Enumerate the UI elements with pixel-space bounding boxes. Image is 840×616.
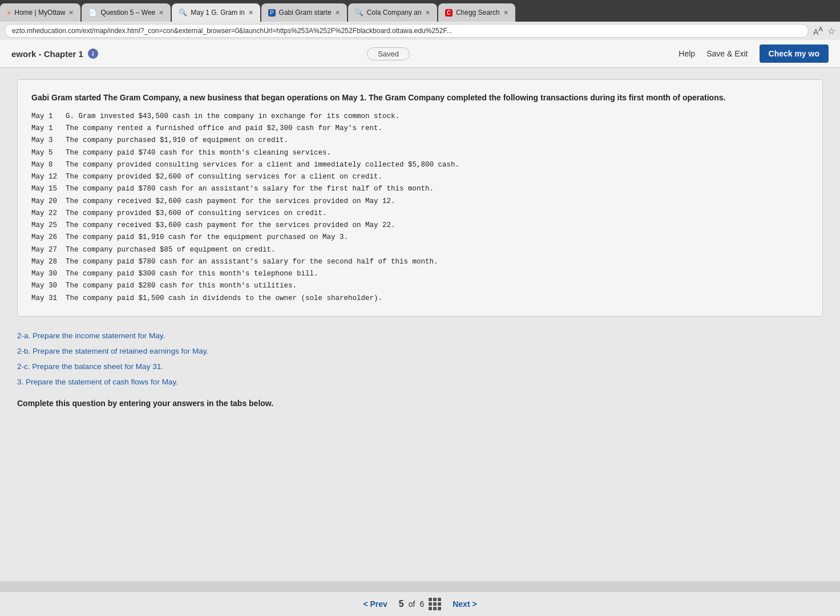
app-header: ework - Chapter 1 i Saved Help Save & Ex… — [0, 40, 840, 68]
tab-chegg[interactable]: C Chegg Search ✕ — [438, 3, 515, 22]
tab-chegg-label: Chegg Search — [456, 9, 500, 17]
of-label: of — [409, 599, 415, 609]
transaction-line: May 30 The company paid $300 cash for th… — [31, 268, 809, 280]
bookmark-icon: ☆ — [827, 26, 835, 37]
problem-intro: Gabi Gram started The Gram Company, a ne… — [31, 91, 809, 105]
tab-gabi-icon: P — [268, 9, 276, 17]
tab-cola-icon: 🔍 — [355, 9, 364, 17]
transaction-list: May 1 G. Gram invested $43,500 cash in t… — [31, 111, 809, 305]
address-bar-icons: AA ☆ — [813, 25, 835, 37]
tab-may1-label: May 1 G. Gram in — [191, 9, 245, 17]
tab-question-close[interactable]: ✕ — [159, 9, 164, 17]
saved-badge: Saved — [367, 47, 410, 60]
transaction-line: May 31 The company paid $1,500 cash in d… — [31, 293, 809, 305]
tab-gabi-label: Gabi Gram starte — [279, 9, 332, 17]
tab-cola[interactable]: 🔍 Cola Company an ✕ — [348, 3, 437, 22]
transaction-line: May 8 The company provided consulting se… — [31, 159, 809, 171]
tasks-section: 2-a. Prepare the income statement for Ma… — [17, 328, 823, 390]
font-size-icon: AA — [813, 25, 823, 37]
tab-may1-close[interactable]: ✕ — [248, 9, 253, 17]
tab-question-label: Question 5 – Wee — [100, 9, 155, 17]
transaction-line: May 27 The company purchased $85 of equi… — [31, 244, 809, 256]
tab-gabi-close[interactable]: ✕ — [335, 9, 340, 17]
transaction-line: May 1 G. Gram invested $43,500 cash in t… — [31, 111, 809, 123]
header-right: Help Save & Exit Check my wo — [679, 44, 829, 63]
next-button[interactable]: Next > — [453, 599, 476, 609]
page-current: 5 — [399, 599, 404, 609]
transaction-line: May 30 The company paid $280 cash for th… — [31, 280, 809, 292]
save-exit-button[interactable]: Save & Exit — [706, 49, 748, 58]
transaction-line: May 5 The company paid $740 cash for thi… — [31, 147, 809, 159]
browser-chrome: ● Home | MyOttaw ✕ 📄 Question 5 – Wee ✕ … — [0, 0, 840, 40]
transaction-line: May 28 The company paid $780 cash for an… — [31, 256, 809, 268]
check-my-work-button[interactable]: Check my wo — [760, 44, 829, 63]
help-button[interactable]: Help — [679, 49, 695, 58]
tab-cola-label: Cola Company an — [367, 9, 422, 17]
tab-chegg-icon: C — [445, 9, 453, 17]
page-footer: < Prev 5 of 6 Next > — [0, 591, 840, 616]
tab-may1-active[interactable]: 🔍 May 1 G. Gram in ✕ — [172, 3, 260, 22]
tab-home-label: Home | MyOttaw — [14, 9, 65, 17]
page-title: ework - Chapter 1 — [11, 49, 83, 59]
grid-icon[interactable] — [429, 598, 441, 610]
page-total: 6 — [419, 599, 424, 609]
address-bar-row: ezto.mheducation.com/ext/map/index.html?… — [0, 22, 840, 40]
task-2c: 2-c. Prepare the balance sheet for May 3… — [17, 359, 823, 374]
transaction-line: May 3 The company purchased $1,910 of eq… — [31, 135, 809, 147]
transaction-line: May 22 The company provided $3,600 of co… — [31, 208, 809, 220]
instructions-text: Complete this question by entering your … — [17, 399, 823, 408]
transaction-line: May 1 The company rented a furnished off… — [31, 123, 809, 135]
page-indicator: 5 of 6 — [399, 598, 441, 610]
tab-home[interactable]: ● Home | MyOttaw ✕ — [0, 3, 80, 22]
problem-box: Gabi Gram started The Gram Company, a ne… — [17, 79, 823, 317]
tab-home-close[interactable]: ✕ — [68, 9, 74, 17]
header-left: ework - Chapter 1 i — [11, 48, 98, 59]
address-bar[interactable]: ezto.mheducation.com/ext/map/index.html?… — [5, 24, 809, 38]
task-2b: 2-b. Prepare the statement of retained e… — [17, 343, 823, 359]
main-content: Gabi Gram started The Gram Company, a ne… — [0, 68, 840, 581]
tab-question[interactable]: 📄 Question 5 – Wee ✕ — [82, 3, 171, 22]
tab-home-icon: ● — [7, 9, 11, 17]
task-2a: 2-a. Prepare the income statement for Ma… — [17, 328, 823, 343]
transaction-line: May 25 The company received $3,600 cash … — [31, 220, 809, 232]
tab-question-icon: 📄 — [88, 9, 97, 17]
transaction-line: May 12 The company provided $2,600 of co… — [31, 171, 809, 183]
tab-bar: ● Home | MyOttaw ✕ 📄 Question 5 – Wee ✕ … — [0, 0, 840, 22]
transaction-line: May 26 The company paid $1,910 cash for … — [31, 232, 809, 244]
tab-gabi[interactable]: P Gabi Gram starte ✕ — [261, 3, 347, 22]
tab-chegg-close[interactable]: ✕ — [503, 9, 508, 17]
info-icon[interactable]: i — [88, 48, 98, 59]
tab-may1-icon: 🔍 — [179, 9, 187, 17]
saved-badge-container: Saved — [367, 48, 410, 59]
transaction-line: May 15 The company paid $780 cash for an… — [31, 183, 809, 195]
task-3: 3. Prepare the statement of cash flows f… — [17, 374, 823, 390]
prev-button[interactable]: < Prev — [363, 599, 387, 609]
transaction-line: May 20 The company received $2,600 cash … — [31, 196, 809, 208]
tab-cola-close[interactable]: ✕ — [425, 9, 430, 17]
